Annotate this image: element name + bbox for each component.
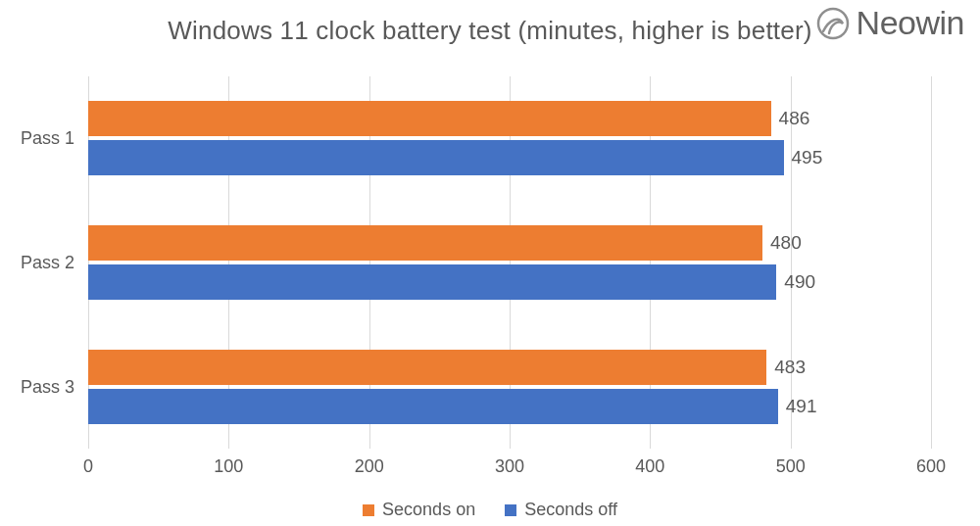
neowin-swirl-icon	[815, 6, 851, 41]
legend: Seconds on Seconds off	[0, 500, 980, 520]
category-label: Pass 2	[21, 253, 88, 273]
category-label: Pass 3	[21, 376, 88, 397]
chart-container: Windows 11 clock battery test (minutes, …	[0, 0, 980, 526]
category-label: Pass 1	[21, 128, 88, 149]
legend-label-off: Seconds off	[524, 500, 617, 520]
bar-value-label: 480	[762, 232, 802, 254]
x-tick-label: 500	[776, 449, 806, 477]
bar-seconds-on: 480	[88, 225, 762, 261]
x-tick-label: 600	[916, 449, 946, 477]
legend-swatch-on	[363, 504, 374, 516]
watermark-text: Neowin	[857, 4, 964, 42]
legend-swatch-off	[505, 504, 516, 516]
legend-item-seconds-off: Seconds off	[505, 500, 617, 520]
plot-area: 0100200300400500600Pass 1486495Pass 2480…	[88, 76, 931, 449]
legend-label-on: Seconds on	[382, 500, 475, 520]
x-tick-label: 400	[635, 449, 664, 477]
grid-line	[931, 76, 932, 449]
bar-value-label: 495	[784, 147, 823, 168]
watermark-logo: Neowin	[815, 4, 964, 42]
x-tick-label: 200	[355, 449, 384, 477]
bar-seconds-on: 483	[88, 350, 766, 385]
x-tick-label: 0	[83, 449, 93, 477]
bar-value-label: 490	[776, 271, 815, 293]
bar-seconds-off: 495	[88, 140, 784, 175]
bar-value-label: 491	[778, 396, 817, 417]
x-tick-label: 300	[495, 449, 524, 477]
grid-line	[791, 76, 792, 449]
chart-title: Windows 11 clock battery test (minutes, …	[168, 16, 811, 45]
x-tick-label: 100	[214, 449, 243, 477]
legend-item-seconds-on: Seconds on	[363, 500, 475, 520]
bar-seconds-off: 490	[88, 264, 776, 300]
bar-seconds-on: 486	[88, 101, 771, 136]
bar-seconds-off: 491	[88, 389, 778, 424]
bar-value-label: 486	[771, 108, 810, 129]
bar-value-label: 483	[766, 357, 806, 378]
